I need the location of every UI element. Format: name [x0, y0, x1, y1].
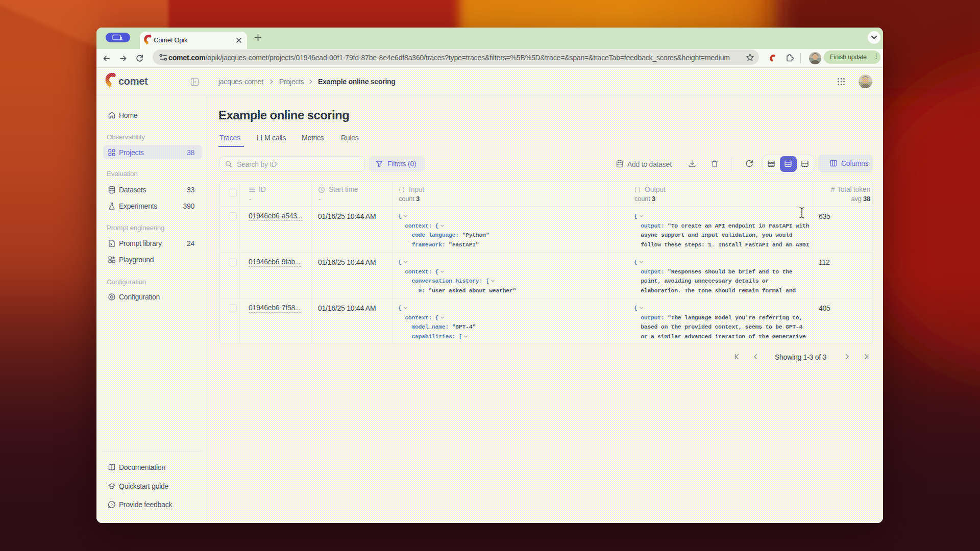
svg-text:?: ? [111, 503, 113, 507]
